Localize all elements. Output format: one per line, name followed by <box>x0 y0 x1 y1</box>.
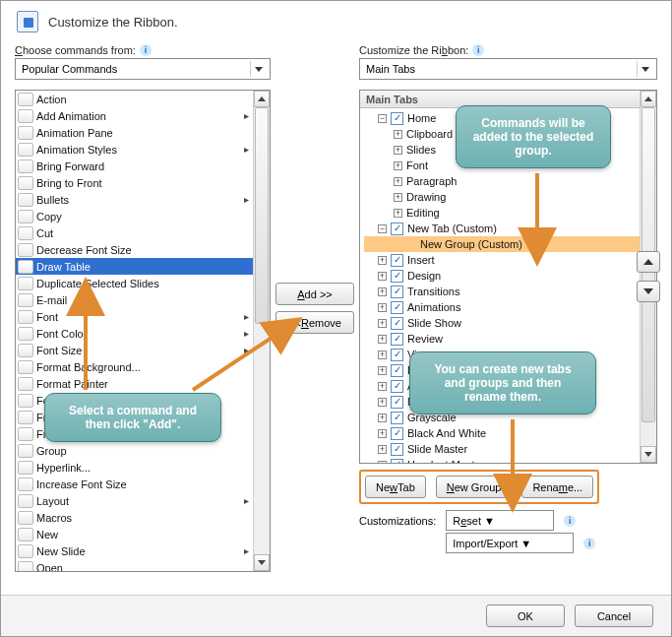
command-icon <box>18 377 33 391</box>
dialog-footer: OK Cancel <box>1 595 671 636</box>
tree-node[interactable]: +Paragraph <box>364 173 640 189</box>
command-item[interactable]: Animation Styles▸ <box>16 141 253 158</box>
tree-node[interactable]: −New Tab (Custom) <box>364 221 640 236</box>
expand-icon[interactable]: + <box>378 366 387 375</box>
command-item[interactable]: Animation Pane <box>16 124 253 141</box>
command-item[interactable]: Hyperlink... <box>16 459 253 476</box>
customize-ribbon-combo[interactable]: Main Tabs <box>359 58 657 80</box>
command-item[interactable]: New Slide▸ <box>16 542 253 559</box>
info-icon[interactable]: i <box>564 515 576 527</box>
tree-label: Insert <box>407 254 435 266</box>
command-item[interactable]: Cut <box>16 224 253 241</box>
command-item[interactable]: Bring to Front <box>16 174 253 191</box>
command-item[interactable]: Open <box>16 559 253 572</box>
move-down-button[interactable] <box>637 281 660 302</box>
choose-commands-combo[interactable]: Popular Commands <box>15 58 271 80</box>
checkbox[interactable] <box>391 396 403 409</box>
command-item[interactable]: Add Animation▸ <box>16 107 253 124</box>
info-icon[interactable]: i <box>140 44 152 56</box>
expand-icon[interactable]: + <box>378 303 387 312</box>
expand-icon[interactable]: + <box>378 350 387 359</box>
cancel-button[interactable]: Cancel <box>575 605 653 627</box>
checkbox[interactable] <box>391 270 403 283</box>
tree-node[interactable]: +Review <box>364 331 640 347</box>
command-item[interactable]: Action <box>16 91 253 107</box>
expand-icon[interactable]: + <box>394 209 402 218</box>
tree-node[interactable]: +Animations <box>364 299 640 315</box>
expand-icon[interactable]: + <box>394 130 402 139</box>
scroll-up-button[interactable] <box>641 91 656 107</box>
command-item[interactable]: Copy <box>16 208 253 224</box>
expand-icon[interactable]: + <box>378 287 387 296</box>
command-icon <box>18 176 33 190</box>
command-icon <box>18 444 33 458</box>
command-item[interactable]: Duplicate Selected Slides <box>16 275 253 291</box>
command-label: Increase Font Size <box>36 478 127 490</box>
expand-icon[interactable]: + <box>394 146 402 155</box>
tree-node[interactable]: +Slide Show <box>364 315 640 331</box>
reset-combo[interactable]: Reset ▼ <box>446 510 554 531</box>
checkbox[interactable] <box>391 286 403 298</box>
tree-node[interactable]: +Drawing <box>364 189 640 205</box>
info-icon[interactable]: i <box>472 44 484 56</box>
expand-icon[interactable]: + <box>378 414 387 422</box>
import-export-combo[interactable]: Import/Export ▼ <box>446 533 574 553</box>
checkbox[interactable] <box>391 349 403 361</box>
expand-icon[interactable]: + <box>394 161 402 170</box>
expand-icon[interactable]: − <box>378 114 387 123</box>
checkbox[interactable] <box>391 459 403 465</box>
command-icon <box>18 360 33 374</box>
command-item[interactable]: Layout▸ <box>16 492 253 509</box>
expand-icon[interactable]: + <box>378 398 387 407</box>
command-item[interactable]: Macros <box>16 509 253 526</box>
checkbox[interactable] <box>391 443 403 456</box>
checkbox[interactable] <box>391 364 403 377</box>
scroll-thumb[interactable] <box>255 107 269 324</box>
scroll-down-button[interactable] <box>641 446 656 463</box>
expand-icon[interactable]: + <box>378 429 387 438</box>
expand-icon[interactable]: + <box>394 177 402 186</box>
new-tab-button[interactable]: New Tab <box>365 476 426 498</box>
checkbox[interactable] <box>391 427 403 440</box>
tree-node[interactable]: +Transitions <box>364 284 640 299</box>
command-item[interactable]: E-mail <box>16 291 253 308</box>
expand-icon[interactable]: + <box>378 319 387 328</box>
command-item[interactable]: Increase Font Size <box>16 476 253 492</box>
checkbox[interactable] <box>391 412 403 424</box>
rename-button[interactable]: Rename... <box>521 476 593 498</box>
scroll-up-button[interactable] <box>254 91 270 107</box>
checkbox[interactable] <box>391 380 403 393</box>
expand-icon[interactable]: + <box>378 335 387 344</box>
command-icon <box>18 293 33 307</box>
ok-button[interactable]: OK <box>486 605 565 627</box>
expand-icon[interactable]: + <box>378 272 387 281</box>
command-item[interactable]: Group <box>16 442 253 459</box>
add-button[interactable]: Add >> <box>275 283 354 305</box>
checkbox[interactable] <box>391 254 403 267</box>
command-item[interactable]: Decrease Font Size <box>16 241 253 258</box>
move-up-button[interactable] <box>637 251 660 273</box>
tree-node[interactable]: +Editing <box>364 205 640 221</box>
expand-icon[interactable]: + <box>378 256 387 265</box>
checkbox[interactable] <box>391 333 403 346</box>
expand-icon[interactable]: + <box>378 445 387 454</box>
command-item[interactable]: Bring Forward <box>16 158 253 174</box>
expand-icon[interactable]: + <box>378 382 387 391</box>
command-item[interactable]: Bullets▸ <box>16 191 253 208</box>
expand-icon[interactable]: + <box>378 461 387 465</box>
scroll-down-button[interactable] <box>254 554 270 571</box>
checkbox[interactable] <box>391 223 403 235</box>
expand-icon[interactable]: − <box>378 224 387 233</box>
expand-icon[interactable]: + <box>394 193 402 202</box>
command-item[interactable]: Draw Table <box>16 258 253 275</box>
checkbox[interactable] <box>391 112 403 125</box>
tree-node[interactable]: New Group (Custom) <box>364 236 640 252</box>
customizations-label: Customizations: <box>359 515 436 527</box>
command-item[interactable]: New <box>16 526 253 542</box>
info-icon[interactable]: i <box>583 538 595 549</box>
checkbox[interactable] <box>391 301 403 314</box>
tree-node[interactable]: +Insert <box>364 252 640 268</box>
checkbox[interactable] <box>391 317 403 330</box>
tree-node[interactable]: +Design <box>364 268 640 284</box>
choose-commands-label: Choose commands from:i <box>15 44 271 56</box>
